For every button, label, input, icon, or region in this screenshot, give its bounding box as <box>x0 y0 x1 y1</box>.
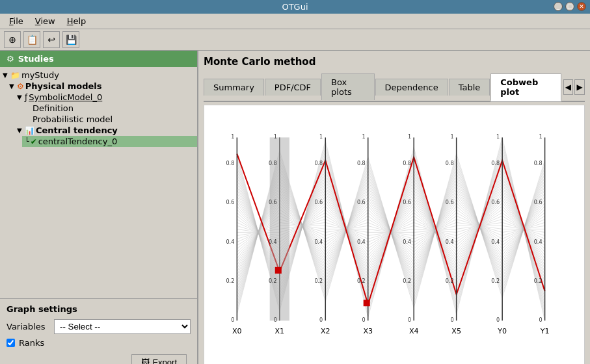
ranks-label: Ranks <box>19 338 44 348</box>
svg-text:0.8: 0.8 <box>446 161 454 166</box>
svg-text:0.2: 0.2 <box>446 278 454 284</box>
tree-item-symbolic-model[interactable]: ▼ ƒ SymbolicModel_0 <box>14 92 197 103</box>
svg-text:X3: X3 <box>363 328 373 336</box>
tree-label-central0: centralTendency_0 <box>38 136 117 146</box>
svg-text:X1: X1 <box>275 328 284 336</box>
expand-arrow-ct: ▼ <box>17 127 23 134</box>
tree-label-mystudy: myStudy <box>21 70 59 80</box>
export-label: Export <box>152 358 177 364</box>
svg-text:1: 1 <box>408 134 411 140</box>
svg-text:1: 1 <box>274 134 277 140</box>
save-button[interactable]: 💾 <box>62 31 79 48</box>
maximize-button[interactable]: □ <box>565 2 574 11</box>
tree-item-prob-model[interactable]: Probabilistic model <box>22 114 197 125</box>
open-button[interactable]: 📋 <box>23 31 40 48</box>
svg-text:0.4: 0.4 <box>446 239 454 245</box>
tab-table[interactable]: Table <box>449 79 490 96</box>
svg-text:0.8: 0.8 <box>534 161 543 166</box>
svg-text:0.2: 0.2 <box>226 278 235 284</box>
tree-area: ▼ 📁 myStudy ▼ ⚙ Physical models ▼ ƒ Symb… <box>0 67 197 298</box>
svg-text:0.2: 0.2 <box>357 278 366 284</box>
tabs-bar: Summary PDF/CDF Box plots Dependence Tab… <box>204 73 585 102</box>
svg-text:0.4: 0.4 <box>534 239 543 245</box>
svg-text:0.8: 0.8 <box>357 161 366 166</box>
svg-text:0.2: 0.2 <box>534 278 543 284</box>
ranks-checkbox[interactable] <box>7 339 15 347</box>
new-button[interactable]: ⊕ <box>4 31 21 48</box>
svg-text:0.6: 0.6 <box>534 200 543 205</box>
tab-next-button[interactable]: ▶ <box>574 79 585 95</box>
tree-item-mystudy[interactable]: ▼ 📁 myStudy <box>0 70 197 81</box>
chart-container: 0 0.2 0.4 0.6 0.8 1 0 0.2 0.4 0.6 0.8 1 <box>204 105 585 364</box>
svg-text:0.4: 0.4 <box>491 239 500 245</box>
svg-text:X2: X2 <box>321 328 330 336</box>
svg-text:0.8: 0.8 <box>226 161 235 166</box>
tab-prev-button[interactable]: ◀ <box>563 79 574 95</box>
svg-text:1: 1 <box>539 134 542 140</box>
svg-text:0.6: 0.6 <box>226 200 235 205</box>
tab-cobweb[interactable]: Cobweb plot <box>490 73 561 101</box>
chart-icon: 📊 <box>25 126 34 135</box>
tree-label-physical-models: Physical models <box>25 81 102 91</box>
highlight-point-x3 <box>364 300 370 306</box>
svg-text:1: 1 <box>496 134 500 140</box>
svg-text:0: 0 <box>319 317 323 323</box>
tree-item-central-tendency[interactable]: ▼ 📊 Central tendency <box>14 125 197 136</box>
spacer-prob <box>25 116 31 123</box>
svg-text:0.4: 0.4 <box>357 239 366 245</box>
tab-pdfcdf[interactable]: PDF/CDF <box>265 79 321 96</box>
svg-text:0.8: 0.8 <box>314 161 323 166</box>
tree-item-central0[interactable]: └ ✔ centralTendency_0 <box>22 136 197 147</box>
app-title: OTGui <box>282 2 308 12</box>
svg-text:0.4: 0.4 <box>403 239 411 245</box>
graph-settings: Graph settings Variables -- Select -- Ra… <box>0 298 197 364</box>
graph-settings-title: Graph settings <box>7 304 191 314</box>
svg-text:0.4: 0.4 <box>226 239 235 245</box>
tab-summary[interactable]: Summary <box>204 79 264 96</box>
expand-arrow: ▼ <box>3 72 9 79</box>
svg-text:1: 1 <box>451 134 454 140</box>
close-button[interactable]: ✕ <box>577 2 586 11</box>
svg-text:1: 1 <box>231 134 234 140</box>
tree-item-definition[interactable]: Definition <box>22 103 197 114</box>
svg-text:Y0: Y0 <box>497 328 507 336</box>
svg-text:1: 1 <box>319 134 323 140</box>
variables-row: Variables -- Select -- <box>7 319 191 334</box>
tree-item-physical-models[interactable]: ▼ ⚙ Physical models <box>7 81 197 92</box>
svg-text:1: 1 <box>362 134 366 140</box>
main-layout: ⚙ Studies ▼ 📁 myStudy ▼ ⚙ Physical model… <box>0 51 590 364</box>
svg-text:Y1: Y1 <box>540 328 550 336</box>
menu-view[interactable]: View <box>30 15 60 27</box>
studies-icon: ⚙ <box>7 54 14 64</box>
svg-text:0: 0 <box>362 317 366 323</box>
menu-file[interactable]: File <box>4 15 29 27</box>
svg-text:0.4: 0.4 <box>314 239 323 245</box>
highlight-point-x1 <box>275 267 282 274</box>
toolbar: ⊕ 📋 ↩ 💾 <box>0 29 590 51</box>
svg-text:0.6: 0.6 <box>446 200 454 205</box>
studies-header: ⚙ Studies <box>0 51 197 67</box>
svg-text:0.6: 0.6 <box>269 200 277 205</box>
export-button[interactable]: 🖼 Export <box>131 354 187 364</box>
expand-arrow-pm: ▼ <box>9 83 16 90</box>
svg-text:0.2: 0.2 <box>403 278 411 284</box>
variables-select[interactable]: -- Select -- <box>54 319 191 334</box>
svg-text:0.8: 0.8 <box>491 161 500 166</box>
svg-text:X0: X0 <box>232 328 242 336</box>
svg-text:X4: X4 <box>409 328 419 336</box>
svg-text:0: 0 <box>408 317 411 323</box>
tab-boxplots[interactable]: Box plots <box>321 73 374 100</box>
export-row: 🖼 Export <box>7 352 191 364</box>
gear-icon: ⚙ <box>17 82 24 91</box>
svg-text:0.2: 0.2 <box>314 278 323 284</box>
undo-button[interactable]: ↩ <box>43 31 60 48</box>
svg-text:0.2: 0.2 <box>491 278 500 284</box>
variables-label: Variables <box>7 322 49 332</box>
titlebar: OTGui _ □ ✕ <box>0 0 590 14</box>
minimize-button[interactable]: _ <box>554 2 563 11</box>
function-icon: ƒ <box>25 93 27 102</box>
tab-dependence[interactable]: Dependence <box>375 79 448 96</box>
menu-help[interactable]: Help <box>62 15 92 27</box>
folder-icon: 📁 <box>10 71 20 80</box>
svg-text:0: 0 <box>496 317 500 323</box>
